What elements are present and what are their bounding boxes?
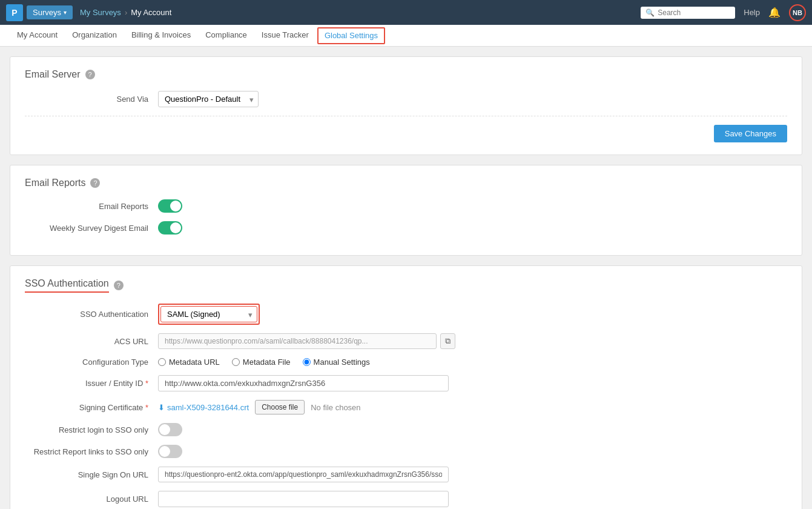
radio-manual-settings[interactable]: Manual Settings [303, 358, 370, 367]
logout-url-label: Logout URL [25, 494, 158, 504]
search-input[interactable] [658, 8, 730, 17]
app-name: Surveys [33, 8, 61, 17]
main-content: Email Server ? Send Via QuestionPro - De… [0, 47, 812, 509]
acs-url-row: ACS URL ⧉ [25, 333, 787, 349]
cert-download-link[interactable]: ⬇ saml-X509-3281644.crt [158, 403, 249, 412]
no-file-text: No file chosen [311, 403, 360, 412]
acs-url-label: ACS URL [25, 337, 158, 346]
breadcrumb: My Surveys › My Account [80, 8, 171, 17]
surveys-dropdown[interactable]: Surveys ▾ [27, 5, 73, 19]
logout-url-input[interactable] [158, 491, 449, 507]
send-via-row: Send Via QuestionPro - Default Custom SM… [25, 91, 787, 107]
radio-manual-settings-input[interactable] [303, 358, 311, 366]
sub-navigation: My Account Organization Billing & Invoic… [0, 25, 812, 47]
send-via-select[interactable]: QuestionPro - Default Custom SMTP [158, 91, 259, 107]
cert-section: ⬇ saml-X509-3281644.crt Choose file No f… [158, 400, 361, 414]
restrict-report-label: Restrict Report links to SSO only [25, 447, 158, 456]
email-server-help-icon[interactable]: ? [85, 70, 95, 79]
restrict-login-toggle[interactable] [158, 423, 182, 436]
breadcrumb-current: My Account [131, 8, 171, 17]
sso-select-wrapper[interactable]: None SAML (Signed) SAML (Unsigned) OAUTH [160, 306, 257, 322]
email-reports-label: Email Reports [25, 202, 158, 211]
weekly-digest-toggle[interactable] [158, 221, 182, 235]
sso-auth-title: SSO Authentication ? [25, 278, 787, 293]
tab-issue-tracker[interactable]: Issue Tracker [254, 25, 316, 47]
tab-compliance[interactable]: Compliance [198, 25, 254, 47]
signing-cert-row: Signing Certificate ⬇ saml-X509-3281644.… [25, 400, 787, 414]
acs-url-input[interactable] [158, 333, 437, 349]
email-reports-help-icon[interactable]: ? [90, 178, 100, 188]
radio-metadata-url[interactable]: Metadata URL [158, 358, 220, 367]
top-navigation: P Surveys ▾ My Surveys › My Account 🔍 He… [0, 0, 812, 25]
send-via-label: Send Via [25, 95, 158, 104]
acs-url-wrapper: ⧉ [158, 333, 455, 349]
email-reports-title: Email Reports ? [25, 178, 787, 188]
issuer-label: Issuer / Entity ID [25, 379, 158, 388]
top-nav-right: 🔍 Help 🔔 NB [641, 4, 806, 21]
sso-url-input[interactable] [158, 467, 449, 482]
radio-metadata-file-input[interactable] [232, 358, 240, 366]
signing-cert-label: Signing Certificate [25, 403, 158, 412]
sso-dropdown-wrapper: None SAML (Signed) SAML (Unsigned) OAUTH [158, 304, 260, 325]
restrict-login-row: Restrict login to SSO only [25, 423, 787, 436]
sso-auth-label: SSO Authentication [25, 310, 158, 319]
config-type-row: Configuration Type Metadata URL Metadata… [25, 358, 787, 367]
tab-organization[interactable]: Organization [65, 25, 124, 47]
tab-my-account[interactable]: My Account [10, 25, 65, 47]
tab-billing[interactable]: Billing & Invoices [124, 25, 198, 47]
weekly-digest-row: Weekly Survey Digest Email [25, 221, 787, 235]
email-server-card: Email Server ? Send Via QuestionPro - De… [10, 56, 802, 155]
tab-global-settings[interactable]: Global Settings [317, 27, 385, 44]
config-type-radio-group: Metadata URL Metadata File Manual Settin… [158, 358, 370, 367]
logout-url-row: Logout URL [25, 491, 787, 507]
sso-help-icon[interactable]: ? [114, 281, 124, 290]
config-type-label: Configuration Type [25, 358, 158, 367]
radio-metadata-file[interactable]: Metadata File [232, 358, 291, 367]
dropdown-caret-icon: ▾ [64, 9, 67, 16]
sso-auth-row: SSO Authentication None SAML (Signed) SA… [25, 304, 787, 325]
search-icon: 🔍 [645, 8, 655, 17]
sso-auth-card: SSO Authentication ? SSO Authentication … [10, 265, 802, 509]
email-server-save-button[interactable]: Save Changes [714, 125, 787, 142]
breadcrumb-separator: › [125, 8, 127, 17]
issuer-row: Issuer / Entity ID [25, 375, 787, 391]
email-reports-row: Email Reports [25, 199, 787, 213]
help-link[interactable]: Help [744, 8, 760, 17]
email-server-title: Email Server ? [25, 69, 787, 80]
restrict-login-label: Restrict login to SSO only [25, 425, 158, 434]
search-box[interactable]: 🔍 [641, 7, 735, 19]
sso-url-row: Single Sign On URL [25, 467, 787, 482]
download-icon: ⬇ [158, 403, 165, 412]
sso-select[interactable]: None SAML (Signed) SAML (Unsigned) OAUTH [160, 306, 257, 322]
copy-url-button[interactable]: ⧉ [440, 333, 455, 349]
weekly-digest-label: Weekly Survey Digest Email [25, 224, 158, 233]
sso-url-label: Single Sign On URL [25, 470, 158, 479]
user-avatar[interactable]: NB [789, 4, 806, 21]
app-logo: P [6, 4, 23, 21]
notification-bell-icon[interactable]: 🔔 [768, 7, 781, 18]
breadcrumb-parent[interactable]: My Surveys [80, 8, 121, 17]
restrict-report-row: Restrict Report links to SSO only [25, 445, 787, 458]
send-via-select-wrapper[interactable]: QuestionPro - Default Custom SMTP [158, 91, 259, 107]
email-reports-toggle[interactable] [158, 199, 182, 213]
issuer-input[interactable] [158, 375, 449, 391]
restrict-report-toggle[interactable] [158, 445, 182, 458]
email-reports-card: Email Reports ? Email Reports Weekly Sur… [10, 165, 802, 256]
choose-file-button[interactable]: Choose file [255, 400, 305, 414]
radio-metadata-url-input[interactable] [158, 358, 166, 366]
